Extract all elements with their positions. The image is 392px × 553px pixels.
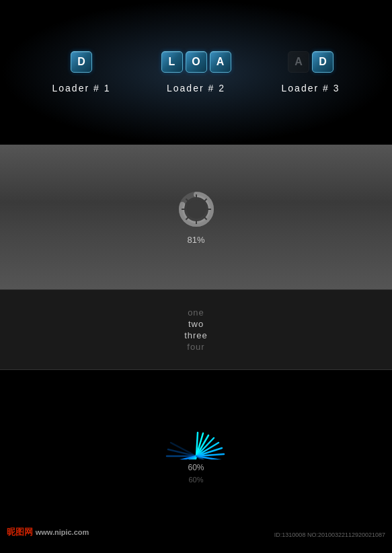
loader-1-label: Loader # 1	[52, 83, 111, 94]
tile-D-1: D	[71, 51, 92, 73]
tile-A-faded: A	[288, 51, 309, 73]
section-circular-loader: 81%	[0, 145, 392, 289]
tile-A: A	[210, 51, 231, 73]
nipic-logo: 昵图网 www.nipic.com	[7, 526, 89, 538]
list-item-four: four	[187, 342, 204, 352]
arc-svg	[163, 412, 230, 459]
tile-L: L	[161, 51, 183, 73]
tile-D-3: D	[312, 51, 334, 73]
list-item-three: three	[184, 330, 208, 340]
loader-2: L O A Loader # 2	[161, 51, 231, 94]
list-item-one: one	[188, 307, 204, 318]
section-loaders: D Loader # 1 L O A Loader # 2 A D Loader…	[0, 0, 392, 145]
svg-line-11	[171, 443, 196, 456]
loader-2-label: Loader # 2	[167, 83, 225, 94]
loader-2-tiles: L O A	[161, 51, 231, 73]
loader-3-tiles: A D	[288, 51, 334, 73]
section-arc-loader: 60% 60%	[0, 370, 392, 526]
arc-progress	[163, 412, 230, 459]
watermark-id: ID:1310008 NO:20100322112920021087	[274, 531, 385, 538]
text-list-container: one two three four	[184, 307, 208, 352]
arc-percent: 60%	[188, 463, 204, 472]
svg-point-2	[187, 200, 206, 219]
circular-percent: 81%	[187, 235, 204, 245]
circular-progress	[176, 189, 217, 229]
loader-1-tiles: D	[71, 51, 92, 73]
tile-O: O	[186, 51, 207, 73]
list-item-two: two	[188, 319, 204, 329]
svg-line-12	[168, 449, 196, 456]
circular-svg	[176, 189, 217, 229]
loader-3-label: Loader # 3	[282, 83, 340, 94]
loader-3: A D Loader # 3	[282, 51, 340, 94]
arc-percent-2: 60%	[188, 476, 203, 484]
section-text-list: one two three four	[0, 289, 392, 370]
loader-1: D Loader # 1	[52, 51, 111, 94]
